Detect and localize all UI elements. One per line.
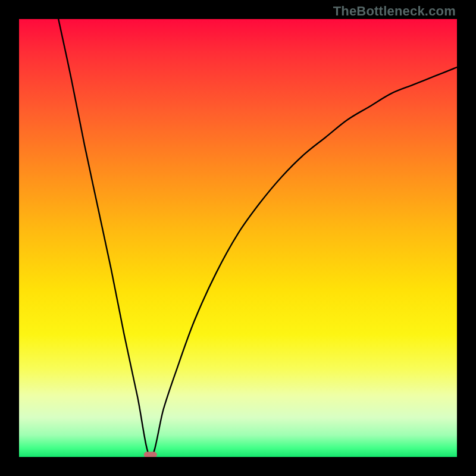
plot-area — [19, 19, 457, 457]
bottleneck-curve — [58, 19, 457, 457]
chart-frame: TheBottleneck.com — [0, 0, 476, 476]
watermark-text: TheBottleneck.com — [333, 4, 456, 19]
curve-layer — [19, 19, 457, 457]
minimum-marker — [144, 452, 157, 457]
